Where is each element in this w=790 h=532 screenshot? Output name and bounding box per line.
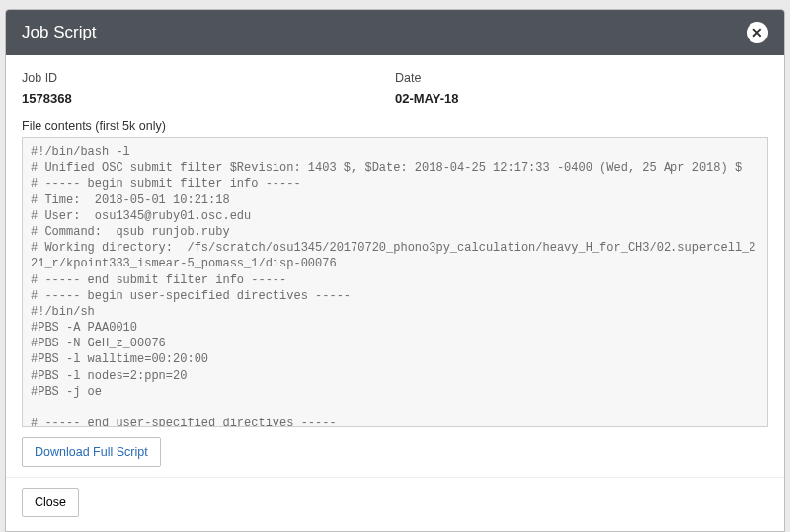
- download-full-script-button[interactable]: Download Full Script: [22, 437, 161, 467]
- meta-row: Job ID 1578368 Date 02-MAY-18: [22, 71, 768, 106]
- close-button[interactable]: Close: [22, 488, 79, 517]
- job-id-value: 1578368: [22, 91, 395, 106]
- close-icon[interactable]: ✕: [747, 22, 768, 43]
- modal-title: Job Script: [22, 23, 97, 42]
- job-id-label: Job ID: [22, 71, 395, 85]
- date-label: Date: [395, 71, 768, 85]
- modal-header: Job Script ✕: [6, 10, 784, 55]
- meta-job-id: Job ID 1578368: [22, 71, 395, 106]
- job-script-modal: Job Script ✕ Job ID 1578368 Date 02-MAY-…: [5, 9, 785, 532]
- file-contents-box[interactable]: #!/bin/bash -l # Unified OSC submit filt…: [22, 137, 768, 427]
- meta-date: Date 02-MAY-18: [395, 71, 768, 106]
- modal-footer: Close: [6, 477, 784, 531]
- modal-body: Job ID 1578368 Date 02-MAY-18 File conte…: [6, 55, 784, 477]
- date-value: 02-MAY-18: [395, 91, 768, 106]
- file-contents-label: File contents (first 5k only): [22, 119, 768, 133]
